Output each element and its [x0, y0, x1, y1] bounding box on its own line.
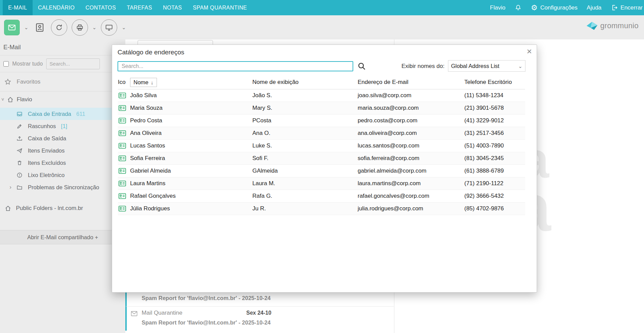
cell-display-name: Rafa G. — [252, 193, 358, 199]
favorites-section[interactable]: Favoritos — [0, 72, 125, 91]
cell-display-name: Mary S. — [252, 105, 358, 111]
folder-caixa-de-saida[interactable]: Caixa de Saída — [0, 132, 125, 144]
cell-display-name: Ana O. — [252, 130, 358, 137]
chevron-down-icon[interactable]: ˅ — [1, 97, 4, 102]
cell-phone: (61) 3888-6789 — [464, 168, 525, 174]
logout-button[interactable]: Encerrar — [611, 4, 643, 11]
refresh-icon — [55, 23, 63, 32]
address-table-row[interactable]: Maria Souza Mary S. maria.souza@corp.com… — [118, 102, 525, 115]
cell-phone: (21) 3901-5678 — [464, 105, 525, 111]
cell-email: joao.silva@corp.com — [358, 92, 464, 99]
cell-phone: (31) 2517-3456 — [464, 130, 525, 137]
contact-card-icon — [119, 92, 126, 99]
print-button[interactable] — [72, 19, 88, 36]
search-icon[interactable] — [357, 62, 366, 71]
cell-display-name: Luke S. — [252, 142, 358, 149]
inbox-icon — [16, 111, 23, 117]
folder-sidebar: E-Mail Mostrar tudo Favoritos ˅ Flavio C… — [0, 39, 125, 333]
compose-mail-button[interactable] — [4, 20, 20, 35]
folder-caixa-de-entrada[interactable]: Caixa de Entrada 611 — [0, 108, 125, 120]
cell-name: Ana Oliveira — [130, 130, 252, 137]
mail-sender: Mail Quarantine — [142, 310, 182, 316]
column-email[interactable]: Endereço de E-mail — [358, 79, 464, 86]
account-node[interactable]: ˅ Flavio — [0, 91, 125, 108]
cell-phone: (85) 4702-9876 — [464, 205, 525, 212]
user-name[interactable]: Flavio — [490, 4, 505, 11]
folder-itens-excluidos[interactable]: Itens Excluídos — [0, 157, 125, 169]
cell-name: Pedro Costa — [130, 117, 252, 124]
mail-toolbar: ⌄ ⌄ ⌄ — [0, 15, 644, 39]
column-icon[interactable]: Ico — [118, 79, 130, 86]
settings-button[interactable]: ⚙ Configurações — [531, 4, 577, 12]
outbox-icon — [16, 135, 23, 142]
cell-name: Gabriel Almeida — [130, 168, 252, 174]
tab-email[interactable]: E-MAIL — [3, 0, 33, 15]
column-phone[interactable]: Telefone Escritório — [464, 79, 525, 86]
address-table-row[interactable]: Lucas Santos Luke S. lucas.santos@corp.c… — [118, 140, 525, 152]
folder-problemas-de-sincronizacao[interactable]: › Problemas de Sincronização — [0, 181, 125, 193]
contact-card-icon — [119, 118, 126, 124]
address-table-row[interactable]: Júlia Rodrigues Ju R. julia.rodrigues@co… — [118, 203, 525, 215]
show-all-label: Mostrar tudo — [12, 61, 43, 67]
cell-display-name: Sofi F. — [252, 155, 358, 162]
refresh-button[interactable] — [51, 19, 67, 36]
close-icon[interactable]: × — [527, 47, 532, 56]
cell-email: gabriel.almeida@corp.com — [358, 168, 464, 174]
tab-notas[interactable]: NOTAS — [158, 0, 187, 15]
cell-display-name: PCosta — [252, 117, 358, 124]
address-book-search-input[interactable] — [118, 61, 353, 71]
unread-count: 611 — [76, 111, 85, 117]
app-tabs: E-MAIL CALENDÁRIO CONTATOS TAREFAS NOTAS… — [0, 0, 252, 15]
display-dropdown-caret[interactable]: ⌄ — [122, 25, 126, 30]
compose-dropdown-caret[interactable]: ⌄ — [24, 25, 29, 30]
sidebar-search-input[interactable] — [46, 58, 100, 69]
contact-card-icon — [119, 105, 126, 111]
sort-name-button[interactable]: Nome ↓ — [130, 78, 157, 87]
tab-contatos[interactable]: CONTATOS — [80, 0, 121, 15]
display-view-button[interactable] — [101, 19, 117, 36]
tab-spam-quarantine[interactable]: SPAM QUARANTINE — [187, 0, 253, 15]
address-book-dialog: Catálogo de endereços × Exibir nomes do:… — [112, 45, 537, 293]
help-button[interactable]: Ajuda — [587, 4, 601, 11]
tab-calendario[interactable]: CALENDÁRIO — [33, 0, 80, 15]
notifications-bell-icon[interactable] — [515, 4, 522, 11]
column-name[interactable]: Nome ↓ — [130, 78, 252, 87]
folder-itens-enviados[interactable]: Itens Enviados — [0, 144, 125, 157]
address-list-selected-value: Global Address List — [451, 63, 499, 69]
address-table-row[interactable]: Gabriel Almeida GAlmeida gabriel.almeida… — [118, 165, 525, 177]
grommunio-logo-text: grommunio — [600, 21, 639, 30]
show-all-checkbox[interactable] — [3, 61, 9, 67]
address-list-select[interactable]: Global Address List ⌄ — [448, 60, 525, 72]
address-table-row[interactable]: Ana Oliveira Ana O. ana.oliveira@corp.co… — [118, 127, 525, 140]
address-book-button[interactable] — [33, 21, 47, 34]
address-table-row[interactable]: Laura Martins Laura M. laura.martins@cor… — [118, 177, 525, 190]
cell-email: rafael.goncalves@corp.com — [358, 193, 464, 199]
mail-subject: Spam Report for 'flavio@lnt.com.br' - 20… — [142, 295, 388, 301]
address-table-row[interactable]: João Silva João S. joao.silva@corp.com (… — [118, 89, 525, 102]
open-shared-mail-button[interactable]: Abrir E-Mail compartilhado + — [0, 230, 125, 244]
column-display-name[interactable]: Nome de exibição — [252, 79, 358, 86]
address-table-row[interactable]: Sofia Ferreira Sofi F. sofia.ferreira@co… — [118, 152, 525, 165]
cell-name: Maria Souza — [130, 105, 252, 111]
address-table-row[interactable]: Rafael Gonçalves Rafa G. rafael.goncalve… — [118, 190, 525, 203]
home-icon — [7, 96, 14, 103]
star-icon — [4, 78, 12, 86]
folder-lixo-eletronico[interactable]: Lixo Eletrônico — [0, 169, 125, 181]
address-table-header: Ico Nome ↓ Nome de exibição Endereço de … — [118, 75, 525, 89]
print-dropdown-caret[interactable]: ⌄ — [92, 25, 97, 30]
mail-date: Sex 24-10 — [246, 310, 271, 316]
account-label: Flavio — [17, 96, 32, 103]
tab-tarefas[interactable]: TAREFAS — [121, 0, 158, 15]
address-table-row[interactable]: Pedro Costa PCosta pedro.costa@corp.com … — [118, 115, 525, 127]
grommunio-logo-mark — [586, 21, 598, 31]
envelope-icon — [8, 23, 16, 32]
chevron-right-icon[interactable]: › — [10, 184, 12, 191]
cell-email: laura.martins@corp.com — [358, 180, 464, 187]
contact-card-icon — [119, 143, 126, 149]
mail-list-item[interactable]: Mail Quarantine Sex 24-10 Spam Report fo… — [125, 306, 394, 331]
drafts-pencil-icon — [16, 123, 23, 129]
public-folders-node[interactable]: Public Folders - lnt.com.br — [0, 199, 125, 217]
folder-icon — [16, 184, 23, 191]
cell-phone: (51) 4003-7890 — [464, 142, 525, 149]
folder-rascunhos[interactable]: Rascunhos [1] — [0, 120, 125, 132]
